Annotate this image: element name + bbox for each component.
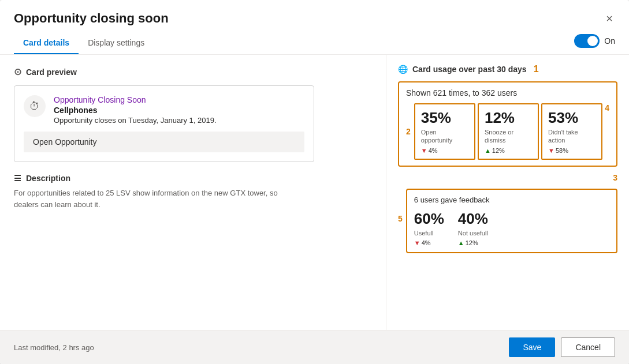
open-opportunity-button[interactable]: Open Opportunity [24,132,304,152]
stat-box-snooze: 12% Snooze or dismiss ▲ 12% [478,103,539,160]
left-panel: ⊙ Card preview ⏱ Opportunity Closing Soo… [0,55,386,330]
card-preview-inner: ⏱ Opportunity Closing Soon Cellphones Op… [24,95,304,125]
arrow-down-icon-3: ▼ [414,239,420,246]
stat-open-label: Open opportunity [421,128,468,145]
modal-container: Opportunity closing soon × Card details … [0,0,629,364]
card-preview-header: ⊙ Card preview [14,66,372,77]
feedback-stat-notuseful: 40% Not usefull ▲ 12% [458,210,488,246]
feedback-title: 6 users gave feedback [414,196,609,204]
stat-open-change: ▼ 4% [421,147,468,154]
usage-area: Shown 621 times, to 362 users 2 35% Open… [398,81,617,253]
card-preview-label: Card preview [26,67,77,77]
stat-action-label: Didn't take action [548,128,595,145]
num-label-3: 3 [613,173,617,182]
arrow-up-icon: ▲ [485,147,491,154]
feedback-useful-change: ▼ 4% [414,239,444,246]
stat-snooze-change-val: 12% [492,147,505,154]
tab-card-details[interactable]: Card details [14,32,79,54]
stat-action-change: ▼ 58% [548,147,595,154]
feedback-box: 6 users gave feedback 60% Usefull ▼ 4% [406,189,617,253]
tabs-bar: Card details Display settings On [0,32,629,55]
tabs-left: Card details Display settings [14,32,154,54]
description-header: ☰ Description [14,174,372,183]
footer-status: Last modified, 2 hrs ago [14,343,94,352]
feedback-notuseful-change-val: 12% [466,239,478,246]
num-label-3-container: 3 [398,172,617,183]
stat-action-change-val: 58% [556,147,568,154]
modal-footer: Last modified, 2 hrs ago Save Cancel [0,330,629,364]
card-description: Opportunity closes on Tuesday, January 1… [54,116,217,125]
stat-snooze-pct: 12% [485,109,532,127]
feedback-useful-change-val: 4% [422,239,431,246]
feedback-useful-label: Usefull [414,229,444,237]
description-icon: ☰ [14,174,21,183]
stat-box-open: 35% Open opportunity ▼ 4% [414,103,475,160]
feedback-stats: 60% Usefull ▼ 4% 40% Not usefull [414,210,609,246]
stat-open-change-val: 4% [429,147,438,154]
num-label-5: 5 [398,214,403,223]
feedback-notuseful-change: ▲ 12% [458,239,488,246]
right-panel: 🌐 Card usage over past 30 days 1 Shown 6… [386,55,629,330]
cancel-button[interactable]: Cancel [561,337,615,357]
feedback-notuseful-label: Not usefull [458,229,488,237]
close-button[interactable]: × [604,10,615,27]
card-preview-box: ⏱ Opportunity Closing Soon Cellphones Op… [14,85,314,162]
feedback-area: 5 6 users gave feedback 60% Usefull ▼ 4% [398,184,617,253]
tab-display-settings[interactable]: Display settings [79,32,154,54]
card-timer-icon: ⏱ [29,100,40,112]
num-label-2: 2 [406,127,411,136]
usage-content: Shown 621 times, to 362 users 2 35% Open… [398,81,617,253]
stat-open-pct: 35% [421,109,468,127]
feedback-notuseful-pct: 40% [458,210,488,228]
feedback-stat-useful: 60% Usefull ▼ 4% [414,210,444,246]
on-off-toggle[interactable] [574,34,600,48]
stat-snooze-change: ▲ 12% [485,147,532,154]
toggle-label: On [604,36,615,46]
card-info: Opportunity Closing Soon Cellphones Oppo… [54,95,217,125]
card-title: Opportunity Closing Soon [54,95,217,104]
preview-icon: ⊙ [14,66,21,77]
stat-box-action: 53% Didn't take action ▼ 58% [541,103,602,160]
arrow-down-icon: ▼ [421,147,427,154]
stat-snooze-label: Snooze or dismiss [485,128,532,145]
shown-text: Shown 621 times, to 362 users [406,88,609,97]
right-panel-header: 🌐 Card usage over past 30 days 1 [398,64,617,74]
arrow-down-icon-2: ▼ [548,147,554,154]
footer-actions: Save Cancel [509,337,615,357]
description-label: Description [26,174,70,183]
feedback-useful-pct: 60% [414,210,444,228]
num-label-4: 4 [605,103,609,112]
section-num-1: 1 [534,64,539,74]
usage-icon: 🌐 [398,65,408,74]
card-subtitle: Cellphones [54,106,217,115]
arrow-up-icon-2: ▲ [458,239,464,246]
description-text: For opportunities related to 25 LSV show… [14,187,291,210]
stat-action-pct: 53% [548,109,595,127]
toggle-group: On [574,34,615,52]
usage-box: Shown 621 times, to 362 users 2 35% Open… [398,81,617,167]
save-button[interactable]: Save [509,337,555,357]
stats-row: 35% Open opportunity ▼ 4% 12% [414,103,602,160]
modal-header: Opportunity closing soon × [0,0,629,27]
modal-title: Opportunity closing soon [14,11,169,26]
card-icon-circle: ⏱ [24,95,46,117]
description-section: ☰ Description For opportunities related … [14,174,372,210]
stats-row-container: 2 35% Open opportunity ▼ 4% [406,103,609,160]
usage-label: Card usage over past 30 days [412,65,527,74]
modal-body: ⊙ Card preview ⏱ Opportunity Closing Soo… [0,55,629,330]
